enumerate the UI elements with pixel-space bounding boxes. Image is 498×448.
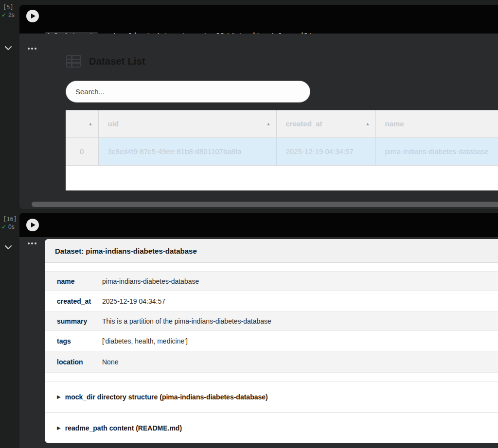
table-row[interactable]: 0 3c8cd4f9-87c5-49ee-81b8-d801107ba8fa 2… — [66, 138, 498, 165]
caret-collapsed-icon: ▶ — [57, 425, 61, 431]
section-readme[interactable]: ▶ readme_path content (README.md) — [45, 412, 498, 443]
table-empty-area — [66, 165, 498, 190]
panel-title: Dataset: pima-indians-diabetes-database — [45, 239, 498, 263]
cell2-output: Dataset: pima-indians-diabetes-database … — [19, 237, 498, 448]
notebook-cell-1: do1_datasets = ds_client.datasets.get_al… — [19, 5, 498, 209]
search-input[interactable] — [66, 81, 310, 103]
column-header-name[interactable]: name▲ — [375, 110, 498, 138]
column-header-created-at[interactable]: created_at▲ — [276, 110, 375, 138]
detail-row-summary: summary This is a partition of the pima-… — [45, 311, 498, 331]
cell-row-index: 0 — [66, 138, 98, 165]
cell2-exec-time: 0s — [8, 224, 15, 230]
column-header-uid[interactable]: uid▲ — [98, 110, 276, 138]
cell1-collapse-chevron-icon[interactable] — [4, 44, 13, 50]
cell1-exec-time: 2s — [8, 12, 15, 18]
cell1-output: Dataset List ▲ uid▲ created_at▲ name▲ 0 … — [19, 34, 498, 209]
table-icon — [66, 55, 81, 68]
cell1-execution-count: [5] — [3, 4, 14, 11]
cell2-collapse-chevron-icon[interactable] — [4, 243, 13, 249]
cell2-code-editor[interactable]: do1_datasets[0].describe() — [19, 213, 498, 237]
dataset-table: ▲ uid▲ created_at▲ name▲ 0 3c8cd4f9-87c5… — [66, 110, 498, 165]
sort-asc-icon: ▲ — [267, 121, 271, 126]
cell2-status: ✓ 0s — [1, 224, 15, 230]
dataset-table-header-row: ▲ uid▲ created_at▲ name▲ — [66, 110, 498, 138]
horizontal-scrollbar[interactable] — [32, 202, 498, 207]
dataset-list-header: Dataset List — [66, 54, 145, 68]
detail-row-name: name pima-indians-diabetes-database — [45, 271, 498, 291]
cell-name: pima-indians-diabetes-database — [375, 138, 498, 165]
dataset-describe-panel: Dataset: pima-indians-diabetes-database … — [45, 239, 498, 443]
cell1-code-editor[interactable]: do1_datasets = ds_client.datasets.get_al… — [19, 5, 498, 34]
cell-created-at: 2025-12-19 04:34:57 — [276, 138, 375, 165]
sort-asc-icon: ▲ — [89, 121, 93, 126]
column-header-index[interactable]: ▲ — [66, 110, 98, 138]
widget-title: Dataset List — [89, 56, 145, 67]
section-mock-dir[interactable]: ▶ mock_dir directory structure (pima-ind… — [45, 381, 498, 412]
play-icon — [31, 223, 36, 227]
notebook-cell-2: do1_datasets[0].describe() Dataset: pima… — [19, 213, 498, 448]
success-check-icon: ✓ — [1, 12, 6, 18]
detail-row-location: location None — [45, 351, 498, 373]
sort-asc-icon: ▲ — [366, 121, 370, 126]
success-check-icon: ✓ — [1, 224, 6, 230]
cell-uid: 3c8cd4f9-87c5-49ee-81b8-d801107ba8fa — [98, 138, 276, 165]
cell1-status: ✓ 2s — [1, 12, 15, 18]
cell1-run-button[interactable] — [26, 10, 39, 22]
detail-row-tags: tags ['diabetes, health, medicine'] — [45, 331, 498, 351]
caret-collapsed-icon: ▶ — [57, 394, 61, 399]
dataset-detail-rows: name pima-indians-diabetes-database crea… — [45, 271, 498, 373]
cell2-run-button[interactable] — [26, 219, 39, 231]
detail-row-created-at: created_at 2025-12-19 04:34:57 — [45, 291, 498, 311]
cell2-output-menu-icon[interactable] — [28, 242, 36, 244]
play-icon — [31, 14, 36, 18]
cell1-output-menu-icon[interactable] — [28, 48, 36, 50]
cell2-execution-count: [16] — [3, 216, 17, 223]
